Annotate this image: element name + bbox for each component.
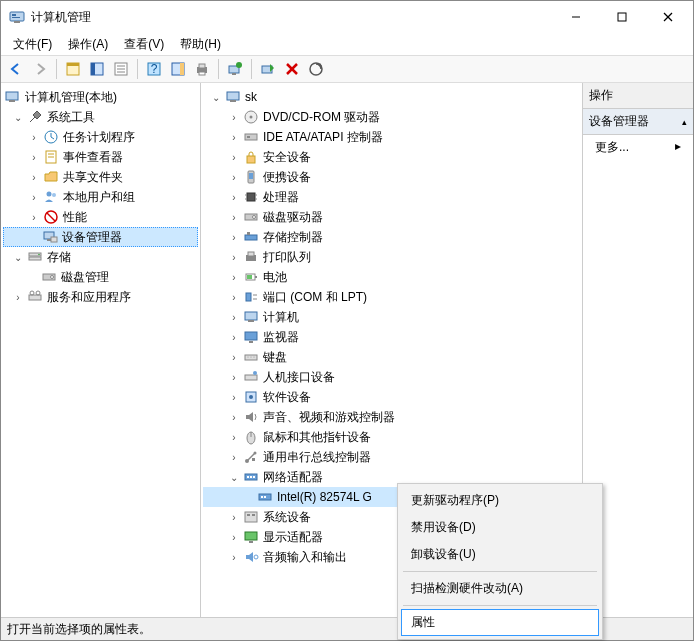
svg-rect-72 [248,252,254,256]
tree-disk-management[interactable]: 磁盘管理 [3,267,198,287]
expander-icon[interactable]: › [227,370,241,384]
properties-button[interactable] [86,58,108,80]
expander-icon[interactable]: › [27,210,41,224]
expander-icon[interactable]: › [27,170,41,184]
show-hide-tree-button[interactable] [62,58,84,80]
expander-icon[interactable]: › [227,510,241,524]
update-driver-button[interactable] [224,58,246,80]
ctx-update-driver[interactable]: 更新驱动程序(P) [401,487,599,514]
device-category-software_dev[interactable]: › 软件设备 [203,387,580,407]
tree-storage[interactable]: ⌄ 存储 [3,247,198,267]
expander-icon[interactable]: › [227,390,241,404]
tree-device-manager[interactable]: 设备管理器 [3,227,198,247]
tree-task-scheduler[interactable]: ›任务计划程序 [3,127,198,147]
ports-icon [243,289,259,305]
console-tree[interactable]: 计算机管理(本地) ⌄ 系统工具 ›任务计划程序 [1,83,201,617]
ctx-uninstall-device[interactable]: 卸载设备(U) [401,541,599,568]
expander-icon[interactable]: › [227,290,241,304]
expander-icon[interactable]: › [227,330,241,344]
close-button[interactable] [645,2,691,32]
back-button[interactable] [5,58,27,80]
minimize-button[interactable] [553,2,599,32]
svg-point-38 [47,192,52,197]
tree-local-users[interactable]: ›本地用户和组 [3,187,198,207]
dvd-icon [243,109,259,125]
expander-icon[interactable]: › [227,270,241,284]
tree-services-apps[interactable]: ›服务和应用程序 [3,287,198,307]
expander-icon[interactable]: › [227,530,241,544]
device-category-dvd[interactable]: › DVD/CD-ROM 驱动器 [203,107,580,127]
expander-icon[interactable]: › [11,290,25,304]
menu-help[interactable]: 帮助(H) [174,34,227,55]
expander-icon[interactable]: › [227,150,241,164]
actions-more[interactable]: 更多... ▸ [583,135,693,160]
expander-icon[interactable]: › [227,430,241,444]
device-category-mouse[interactable]: › 鼠标和其他指针设备 [203,427,580,447]
expander-icon[interactable]: › [227,310,241,324]
device-category-keyboards[interactable]: › 键盘 [203,347,580,367]
expander-icon[interactable]: › [27,150,41,164]
tree-performance[interactable]: ›性能 [3,207,198,227]
expander-icon[interactable]: › [227,450,241,464]
expander-icon[interactable]: › [27,130,41,144]
menu-file[interactable]: 文件(F) [7,34,58,55]
expander-icon[interactable]: ⌄ [11,110,25,124]
ctx-scan-hardware[interactable]: 扫描检测硬件改动(A) [401,575,599,602]
scan-hardware-button[interactable] [305,58,327,80]
ctx-properties[interactable]: 属性 [401,609,599,636]
menu-view[interactable]: 查看(V) [118,34,170,55]
menu-action[interactable]: 操作(A) [62,34,114,55]
device-category-security[interactable]: › 安全设备 [203,147,580,167]
device-category-processors[interactable]: › 处理器 [203,187,580,207]
expander-icon[interactable]: › [27,190,41,204]
device-category-storage_ctrl[interactable]: › 存储控制器 [203,227,580,247]
expander-icon[interactable]: › [227,230,241,244]
forward-button[interactable] [29,58,51,80]
expander-icon[interactable]: ⌄ [11,250,25,264]
svg-point-39 [52,193,56,197]
device-category-hid[interactable]: › 人机接口设备 [203,367,580,387]
print-button[interactable] [191,58,213,80]
tree-event-viewer[interactable]: ›事件查看器 [3,147,198,167]
tree-label: 设备管理器 [62,229,122,246]
expander-icon[interactable]: › [227,130,241,144]
uninstall-device-button[interactable] [281,58,303,80]
expander-icon[interactable]: › [227,250,241,264]
device-category-ports[interactable]: › 端口 (COM 和 LPT) [203,287,580,307]
expander-icon[interactable]: › [227,110,241,124]
device-category-computer[interactable]: › 计算机 [203,307,580,327]
svg-text:?: ? [151,62,158,76]
ctx-disable-device[interactable]: 禁用设备(D) [401,514,599,541]
svg-rect-58 [247,136,250,138]
device-category-sound[interactable]: › 声音、视频和游戏控制器 [203,407,580,427]
export-list-button[interactable] [110,58,132,80]
expander-icon[interactable]: › [227,410,241,424]
maximize-button[interactable] [599,2,645,32]
device-category-usb[interactable]: › 通用串行总线控制器 [203,447,580,467]
action-pane-button[interactable] [167,58,189,80]
actions-section[interactable]: 设备管理器 ▴ [583,109,693,135]
device-category-batteries[interactable]: › 电池 [203,267,580,287]
enable-device-button[interactable] [257,58,279,80]
device-category-disk_drives[interactable]: › 磁盘驱动器 [203,207,580,227]
device-category-print_queues[interactable]: › 打印队列 [203,247,580,267]
expander-icon[interactable]: › [227,190,241,204]
expander-icon[interactable]: ⌄ [209,90,223,104]
device-category-monitors[interactable]: › 监视器 [203,327,580,347]
svg-rect-5 [618,13,626,21]
svg-rect-31 [9,100,15,102]
tree-system-tools[interactable]: ⌄ 系统工具 [3,107,198,127]
expander-icon[interactable]: › [227,210,241,224]
svg-rect-96 [252,458,255,461]
chevron-right-icon: ▸ [675,139,681,156]
device-category-ide[interactable]: › IDE ATA/ATAPI 控制器 [203,127,580,147]
tree-root[interactable]: 计算机管理(本地) [3,87,198,107]
expander-icon[interactable]: › [227,350,241,364]
expander-icon[interactable]: › [227,550,241,564]
help-button[interactable]: ? [143,58,165,80]
device-root[interactable]: ⌄ sk [203,87,580,107]
expander-icon[interactable]: ⌄ [227,470,241,484]
tree-shared-folders[interactable]: ›共享文件夹 [3,167,198,187]
device-category-portable[interactable]: › 便携设备 [203,167,580,187]
expander-icon[interactable]: › [227,170,241,184]
